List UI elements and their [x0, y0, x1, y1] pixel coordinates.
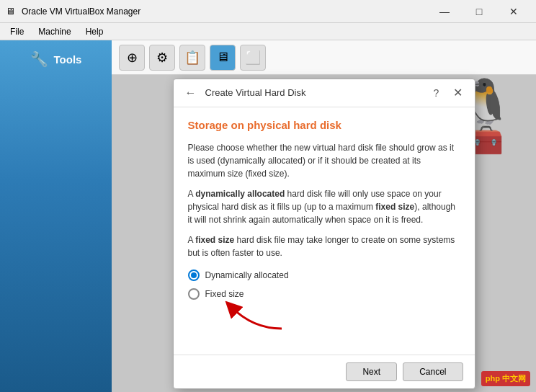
radio-fixed[interactable]: Fixed size: [188, 288, 460, 300]
dialog-back-button[interactable]: ←: [182, 86, 200, 99]
tools-icon: 🔧: [30, 50, 48, 68]
cancel-button[interactable]: Cancel: [403, 362, 463, 381]
toolbar-btn-extra[interactable]: ⬜: [240, 45, 266, 71]
radio-dynamic[interactable]: Dynamically allocated: [188, 270, 460, 281]
dialog-body: Storage on physical hard disk Please cho…: [174, 107, 475, 355]
paragraph-1: Please choose whether the new virtual ha…: [188, 141, 460, 180]
menu-bar: File Machine Help: [0, 23, 536, 40]
paragraph-3: A fixed size hard disk file may take lon…: [188, 233, 460, 259]
dialog-footer: Next Cancel: [174, 355, 475, 388]
sidebar-tools-label: Tools: [54, 53, 82, 66]
radio-dynamic-label: Dynamically allocated: [205, 270, 289, 280]
toolbar-btn-snapshot[interactable]: 📋: [179, 45, 205, 71]
sidebar: 🔧 Tools: [0, 40, 112, 392]
menu-help[interactable]: Help: [79, 25, 111, 38]
maximize-button[interactable]: □: [463, 1, 496, 22]
dialog-close-button[interactable]: ✕: [450, 85, 466, 101]
dialog-help-button[interactable]: ?: [429, 85, 445, 101]
bold-fixed-size: fixed size: [375, 202, 414, 212]
toolbar: ⊕ ⚙ 📋 🖥 ⬜: [112, 40, 536, 75]
toolbar-btn-screen[interactable]: 🖥: [210, 45, 236, 71]
sidebar-tools-section: 🔧 Tools: [30, 50, 82, 68]
create-vhd-dialog: ← Create Virtual Hard Disk ? ✕ Storage o…: [173, 79, 475, 389]
php-text: php: [486, 374, 500, 383]
bold-dynamic: dynamically allocated: [195, 189, 285, 199]
next-button[interactable]: Next: [346, 362, 397, 381]
bold-fixed: fixed size: [195, 235, 234, 245]
radio-fixed-circle: [188, 288, 200, 300]
radio-fixed-label: Fixed size: [205, 289, 244, 299]
paragraph-2: A dynamically allocated hard disk file w…: [188, 187, 460, 226]
php-watermark: php 中文网: [481, 371, 530, 386]
toolbar-btn-settings[interactable]: ⚙: [149, 45, 175, 71]
arrow-annotation: [188, 300, 460, 343]
section-title: Storage on physical hard disk: [188, 119, 460, 131]
main-area: 🔧 Tools ⊕ ⚙ 📋 🖥 ⬜ 🐧 🧰 ← Create Virtual H…: [0, 40, 536, 392]
app-title: Oracle VM VirtualBox Manager: [22, 6, 428, 17]
window-controls: — □ ✕: [428, 1, 530, 22]
title-bar: 🖥 Oracle VM VirtualBox Manager — □ ✕: [0, 0, 536, 23]
minimize-button[interactable]: —: [428, 1, 461, 22]
php-suffix: 中文网: [502, 374, 526, 383]
menu-machine[interactable]: Machine: [31, 25, 78, 38]
dialog-title: Create Virtual Hard Disk: [205, 87, 423, 98]
app-icon: 🖥: [6, 6, 17, 17]
radio-group: Dynamically allocated Fixed size: [188, 270, 460, 300]
radio-dynamic-circle: [188, 270, 200, 281]
dialog-titlebar: ← Create Virtual Hard Disk ? ✕: [174, 79, 475, 107]
toolbar-btn-add[interactable]: ⊕: [119, 45, 145, 71]
menu-file[interactable]: File: [3, 25, 31, 38]
window-close-button[interactable]: ✕: [497, 1, 530, 22]
dialog-overlay: ← Create Virtual Hard Disk ? ✕ Storage o…: [112, 75, 536, 392]
